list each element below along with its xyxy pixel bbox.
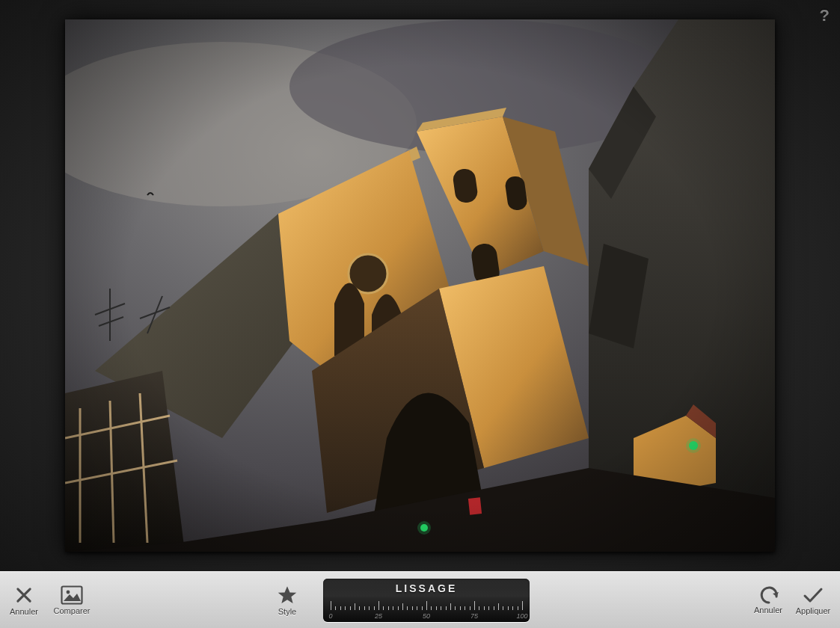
svg-rect-39 — [62, 586, 82, 603]
bottom-toolbar: Annuler Comparer Style LISSAGE 025507510… — [0, 571, 840, 628]
svg-point-40 — [67, 590, 70, 594]
cancel-label: Annuler — [10, 607, 38, 616]
close-icon — [13, 585, 34, 606]
slider-title: LISSAGE — [323, 582, 530, 594]
photo-editor: ? — [0, 0, 840, 628]
slider-tick: 75 — [470, 612, 478, 620]
slider-ruler — [331, 600, 522, 610]
check-icon — [802, 585, 824, 605]
slider-tick-labels: 0255075100 — [331, 612, 522, 621]
edited-photo — [65, 19, 775, 552]
undo-button[interactable]: Annuler — [746, 585, 791, 615]
smoothing-slider[interactable]: LISSAGE 0255075100 — [323, 579, 530, 622]
compare-label: Comparer — [54, 606, 91, 615]
star-icon — [277, 585, 298, 606]
undo-label: Annuler — [754, 606, 782, 615]
slider-tick: 100 — [516, 612, 527, 620]
style-button[interactable]: Style — [277, 585, 298, 616]
help-icon[interactable]: ? — [820, 6, 830, 25]
photo-frame[interactable] — [65, 19, 775, 552]
undo-icon — [757, 586, 779, 604]
apply-button[interactable]: Appliquer — [791, 585, 836, 615]
cancel-button[interactable]: Annuler — [0, 585, 48, 616]
slider-tick: 0 — [328, 612, 332, 620]
image-icon — [61, 585, 83, 605]
apply-label: Appliquer — [796, 606, 830, 615]
slider-tick: 50 — [423, 612, 430, 620]
canvas-area: ? — [0, 0, 840, 571]
svg-rect-38 — [65, 19, 775, 552]
compare-button[interactable]: Comparer — [48, 585, 96, 616]
style-label: Style — [278, 607, 296, 616]
slider-tick: 25 — [375, 612, 382, 620]
